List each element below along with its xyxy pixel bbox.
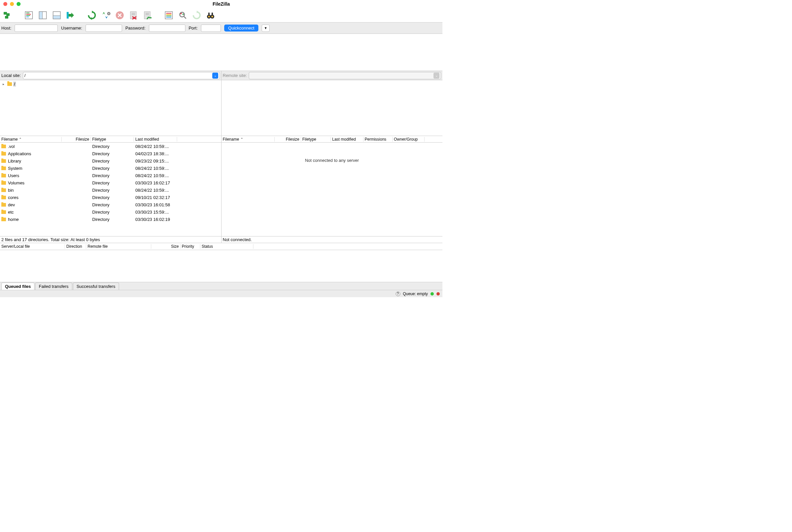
folder-icon (1, 174, 6, 177)
file-row[interactable]: coresDirectory09/10/21 02:32:17 (0, 194, 221, 201)
col-filename[interactable]: Filename⌃ (0, 137, 62, 141)
col-filename[interactable]: Filename⌃ (221, 137, 275, 141)
port-input[interactable] (201, 24, 221, 32)
col-owner[interactable]: Owner/Group (393, 137, 425, 141)
file-name: System (8, 166, 22, 171)
binoculars-button[interactable] (204, 9, 217, 22)
svg-rect-13 (67, 12, 69, 19)
folder-icon (1, 167, 6, 170)
file-row[interactable]: UsersDirectory08/24/22 10:59:... (0, 172, 221, 179)
qcol-size[interactable]: Size (151, 244, 180, 249)
reconnect-button[interactable] (141, 9, 154, 22)
file-row[interactable]: VolumesDirectory03/30/23 16:02:17 (0, 179, 221, 186)
toggle-message-log-button[interactable] (22, 9, 35, 22)
password-input[interactable] (149, 24, 186, 32)
quickconnect-dropdown[interactable]: ▼ (262, 24, 270, 32)
search-icon (177, 10, 188, 21)
qcol-direction[interactable]: Direction (65, 244, 86, 249)
local-tree[interactable]: ▸ / (0, 80, 221, 136)
local-site-label: Local site: (1, 73, 21, 78)
file-row[interactable]: binDirectory08/24/22 10:59:... (0, 186, 221, 194)
filter-button[interactable] (162, 9, 175, 22)
host-input[interactable] (15, 24, 58, 32)
window-controls (3, 2, 21, 6)
reconnect-icon (142, 10, 153, 21)
toggle-sync-browse-button[interactable] (64, 9, 77, 22)
remote-empty-message: Not connected to any server (305, 158, 359, 163)
col-filetype[interactable]: Filetype (301, 137, 331, 141)
col-filesize[interactable]: Filesize (275, 137, 301, 141)
process-queue-icon (100, 10, 111, 21)
file-name: cores (8, 195, 19, 200)
help-icon[interactable]: ? (396, 291, 400, 296)
file-type: Directory (91, 195, 134, 200)
compare-button[interactable] (190, 9, 203, 22)
local-site-combo[interactable]: / ⌄ (23, 72, 220, 79)
file-row[interactable]: etcDirectory03/30/23 15:59:... (0, 208, 221, 215)
file-type: Directory (91, 151, 134, 156)
col-filetype[interactable]: Filetype (91, 137, 134, 141)
quickconnect-button[interactable]: Quickconnect (224, 24, 258, 32)
col-permissions[interactable]: Permissions (364, 137, 393, 141)
bottom-status-bar: ? Queue: empty (0, 290, 442, 297)
close-window-icon[interactable] (3, 2, 7, 6)
tree-item-root[interactable]: ▸ / (3, 81, 218, 87)
zoom-window-icon[interactable] (17, 2, 21, 6)
file-row[interactable]: SystemDirectory08/24/22 10:59:... (0, 165, 221, 172)
file-row[interactable]: .volDirectory08/24/22 10:59:... (0, 142, 221, 150)
process-queue-button[interactable] (99, 9, 112, 22)
queue-list[interactable] (0, 250, 442, 282)
file-name: Applications (8, 151, 31, 156)
svg-rect-12 (53, 16, 60, 19)
cancel-button[interactable] (113, 9, 126, 22)
tree-expand-icon[interactable]: ▸ (3, 82, 7, 86)
qcol-remote[interactable]: Remote file (86, 244, 151, 249)
site-manager-button[interactable] (1, 9, 14, 22)
file-row[interactable]: devDirectory03/30/23 16:01:58 (0, 201, 221, 208)
file-modified: 09/23/22 09:15:... (134, 158, 184, 164)
folder-icon (1, 217, 6, 221)
tab-queued-files[interactable]: Queued files (1, 283, 35, 290)
queue-header: Server/Local file Direction Remote file … (0, 243, 442, 250)
disconnect-button[interactable] (127, 9, 140, 22)
minimize-window-icon[interactable] (10, 2, 14, 6)
file-row[interactable]: homeDirectory03/30/23 16:02:19 (0, 215, 221, 223)
tab-successful-transfers[interactable]: Successful transfers (73, 283, 119, 290)
local-file-list[interactable]: .volDirectory08/24/22 10:59:...Applicati… (0, 142, 221, 236)
remote-file-header: Filename⌃ Filesize Filetype Last modifie… (221, 136, 443, 142)
file-row[interactable]: LibraryDirectory09/23/22 09:15:... (0, 157, 221, 165)
file-name: .vol (8, 144, 15, 149)
toggle-tree-button[interactable] (37, 9, 49, 22)
col-lastmod[interactable]: Last modified (331, 137, 364, 141)
remote-pane: Remote site: ⌄ Filename⌃ Filesize Filety… (221, 71, 443, 243)
queue-tabs: Queued files Failed transfers Successful… (0, 282, 442, 290)
file-type: Directory (91, 188, 134, 193)
svg-point-39 (212, 16, 213, 17)
file-name: home (8, 217, 19, 222)
password-label: Password: (125, 25, 146, 31)
sync-browse-icon (65, 10, 76, 21)
refresh-button[interactable] (85, 9, 98, 22)
svg-point-34 (180, 13, 182, 14)
username-input[interactable] (85, 24, 122, 32)
folder-icon (1, 210, 6, 214)
file-name: bin (8, 188, 14, 193)
message-log-icon (23, 10, 34, 21)
qcol-priority[interactable]: Priority (180, 244, 200, 249)
file-row[interactable]: ApplicationsDirectory04/02/23 18:38:... (0, 150, 221, 157)
toggle-queue-button[interactable] (51, 9, 63, 22)
chevron-down-icon[interactable]: ⌄ (212, 73, 218, 79)
message-log[interactable] (0, 34, 442, 71)
col-filesize[interactable]: Filesize (62, 137, 91, 141)
col-lastmod[interactable]: Last modified (134, 137, 177, 141)
disconnect-icon (128, 10, 139, 21)
tab-failed-transfers[interactable]: Failed transfers (35, 283, 72, 290)
search-button[interactable] (176, 9, 189, 22)
file-modified: 09/10/21 02:32:17 (134, 195, 184, 200)
remote-site-combo: ⌄ (249, 72, 441, 79)
qcol-server[interactable]: Server/Local file (0, 244, 65, 249)
file-type: Directory (91, 217, 134, 222)
folder-icon (1, 145, 6, 148)
transfer-queue-icon (52, 10, 62, 21)
qcol-status[interactable]: Status (200, 244, 253, 249)
